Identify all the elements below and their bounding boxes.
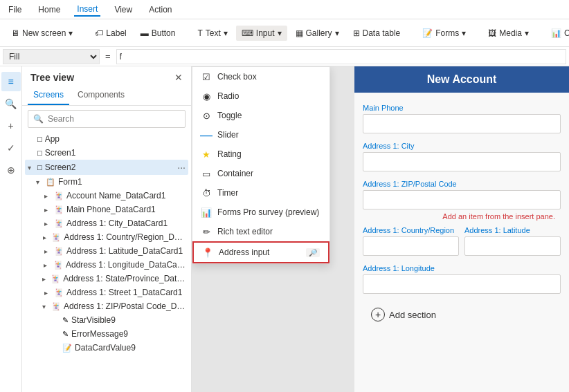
star-icon: ✎ bbox=[62, 316, 69, 325]
formula-fill-select[interactable]: Fill bbox=[3, 49, 100, 64]
form-field-city: Address 1: City bbox=[363, 142, 561, 171]
dropdown-item-rating[interactable]: ★ Rating bbox=[192, 144, 329, 164]
data-table-button[interactable]: ⊞ Data table bbox=[347, 26, 406, 41]
form-field-longitude: Address 1: Longitude bbox=[363, 264, 561, 294]
sidebar-icon-tree[interactable]: ≡ bbox=[1, 72, 21, 91]
zip-icon: 🃏 bbox=[51, 302, 61, 311]
tree-item-main-phone[interactable]: ▸ 🃏 Main Phone_DataCard1 bbox=[25, 203, 188, 216]
menu-action[interactable]: Action bbox=[146, 3, 174, 16]
item-label-app: App bbox=[45, 134, 60, 144]
item-label-screen2: Screen2 bbox=[45, 162, 76, 172]
phone-icon: 🃏 bbox=[54, 205, 64, 214]
error-icon: ✎ bbox=[62, 330, 69, 339]
tree-item-longitude[interactable]: ▸ 🃏 Address 1: Longitude_DataCard1 bbox=[25, 258, 188, 272]
formula-input[interactable] bbox=[116, 49, 566, 64]
tree-item-screen1[interactable]: □ Screen1 bbox=[25, 146, 188, 160]
item-label-lat: Address 1: Latitude_DataCard1 bbox=[66, 246, 183, 256]
dropdown-label-slider: Slider bbox=[217, 130, 321, 140]
dropdown-label-container: Container bbox=[217, 169, 321, 178]
dropdown-item-slider[interactable]: — Slider bbox=[192, 125, 329, 144]
charts-icon: 📊 bbox=[551, 28, 561, 38]
dropdown-item-timer[interactable]: ⏱ Timer bbox=[192, 183, 329, 203]
tree-item-data-card-value[interactable]: 📝 DataCardValue9 bbox=[25, 341, 188, 355]
button-button[interactable]: ▬ Button bbox=[135, 26, 181, 41]
menu-home[interactable]: Home bbox=[35, 3, 63, 16]
menu-view[interactable]: View bbox=[111, 3, 135, 16]
add-section-label: Add section bbox=[389, 310, 436, 320]
dropdown-item-container[interactable]: ▭ Container bbox=[192, 164, 329, 183]
input-zip[interactable] bbox=[363, 190, 561, 209]
expand-icon-lon: ▸ bbox=[44, 261, 52, 269]
gallery-button[interactable]: ▦ Gallery ▾ bbox=[290, 26, 345, 41]
input-country[interactable] bbox=[363, 236, 459, 256]
tree-item-error-message[interactable]: ✎ ErrorMessage9 bbox=[25, 327, 188, 341]
tree-item-account-name[interactable]: ▸ 🃏 Account Name_DataCard1 bbox=[25, 189, 188, 203]
form-header: New Account bbox=[354, 66, 569, 93]
media-button[interactable]: 🖼 Media ▾ bbox=[482, 26, 534, 41]
sidebar-icon-check[interactable]: ✓ bbox=[1, 138, 21, 158]
button-icon: ▬ bbox=[141, 28, 149, 38]
tab-screens[interactable]: Screens bbox=[28, 86, 69, 105]
chevron-down-icon-input: ▾ bbox=[278, 28, 282, 38]
lon-icon: 🃏 bbox=[53, 261, 63, 270]
input-icon: ⌨ bbox=[242, 28, 253, 38]
label-main-phone: Main Phone bbox=[363, 104, 561, 112]
tree-close-button[interactable]: ✕ bbox=[174, 72, 183, 83]
label-button[interactable]: 🏷 Label bbox=[89, 26, 132, 41]
dropdown-item-radio[interactable]: ◉ Radio bbox=[192, 86, 329, 106]
dropdown-item-toggle[interactable]: ⊙ Toggle bbox=[192, 106, 329, 125]
menu-insert[interactable]: Insert bbox=[74, 3, 100, 17]
tree-item-app[interactable]: □ App bbox=[25, 132, 188, 146]
dropdown-label-address-input: Address input bbox=[219, 248, 300, 257]
sidebar-icons: ≡ 🔍 + ✓ ⊕ bbox=[0, 66, 22, 392]
dropdown-item-forms-pro[interactable]: 📊 Forms Pro survey (preview) bbox=[192, 203, 329, 222]
dropdown-item-checkbox[interactable]: ☑ Check box bbox=[192, 67, 329, 86]
tree-item-form1[interactable]: ▾ 📋 Form1 bbox=[25, 175, 188, 189]
dropdown-item-address-input[interactable]: 📍 Address input 🔎 bbox=[192, 241, 329, 263]
tree-item-street1[interactable]: ▸ 🃏 Address 1: Street 1_DataCard1 bbox=[25, 286, 188, 299]
tree-item-state[interactable]: ▸ 🃏 Address 1: State/Province_DataCard1 bbox=[25, 272, 188, 286]
expand-icon-city: ▸ bbox=[44, 220, 53, 227]
sidebar-icon-search[interactable]: 🔍 bbox=[1, 94, 21, 113]
tab-components[interactable]: Components bbox=[72, 86, 130, 105]
more-icon-screen2[interactable]: ··· bbox=[177, 162, 186, 173]
input-city[interactable] bbox=[363, 152, 561, 171]
input-main-phone[interactable] bbox=[363, 114, 561, 133]
main-layout: ≡ 🔍 + ✓ ⊕ Tree view ✕ Screens Components… bbox=[0, 66, 569, 392]
tree-header: Tree view ✕ bbox=[22, 66, 191, 86]
tree-tabs: Screens Components bbox=[22, 86, 191, 106]
forms-icon: 📝 bbox=[422, 28, 433, 38]
tree-item-screen2[interactable]: ▾ □ Screen2 ··· bbox=[25, 160, 188, 175]
label-city: Address 1: City bbox=[363, 142, 561, 150]
item-label-state: Address 1: State/Province_DataCard1 bbox=[63, 274, 186, 283]
tree-item-zip[interactable]: ▾ 🃏 Address 1: ZIP/Postal Code_DataC... bbox=[25, 299, 188, 313]
forms-button[interactable]: 📝 Forms ▾ bbox=[417, 26, 471, 41]
container-icon: ▭ bbox=[201, 168, 212, 179]
dropdown-item-rich-text[interactable]: ✏ Rich text editor bbox=[192, 222, 329, 241]
dropdown-label-radio: Radio bbox=[217, 91, 321, 101]
charts-button[interactable]: 📊 Charts ▾ bbox=[545, 26, 569, 41]
tree-item-latitude[interactable]: ▸ 🃏 Address 1: Latitude_DataCard1 bbox=[25, 244, 188, 258]
dropdown-label-rich-text: Rich text editor bbox=[217, 227, 321, 236]
sidebar-icon-add[interactable]: + bbox=[1, 116, 21, 136]
text-button[interactable]: T Text ▾ bbox=[192, 26, 233, 41]
search-input[interactable] bbox=[28, 110, 186, 128]
tree-item-country[interactable]: ▸ 🃏 Address 1: Country/Region_DataC... bbox=[25, 230, 188, 244]
input-button[interactable]: ⌨ Input ▾ bbox=[236, 26, 287, 41]
chevron-down-icon: ▾ bbox=[69, 28, 73, 38]
item-label-account: Account Name_DataCard1 bbox=[66, 191, 165, 200]
city-icon: 🃏 bbox=[54, 219, 64, 228]
input-latitude[interactable] bbox=[464, 236, 561, 256]
add-item-hint: Add an item from the insert pane. bbox=[363, 212, 561, 221]
menu-file[interactable]: File bbox=[6, 3, 24, 16]
canvas-area: ☑ Check box ◉ Radio ⊙ Toggle — Slider ★ … bbox=[192, 66, 569, 392]
tree-item-star-visible[interactable]: ✎ StarVisible9 bbox=[25, 313, 188, 327]
input-longitude[interactable] bbox=[363, 274, 561, 294]
new-screen-button[interactable]: 🖥 New screen ▾ bbox=[6, 26, 78, 41]
account-icon: 🃏 bbox=[54, 192, 64, 200]
tree-item-city[interactable]: ▸ 🃏 Address 1: City_DataCard1 bbox=[25, 216, 188, 230]
add-section-button[interactable]: + Add section bbox=[363, 302, 561, 327]
item-label-lon: Address 1: Longitude_DataCard1 bbox=[66, 260, 186, 270]
add-section-plus-icon: + bbox=[371, 308, 385, 321]
sidebar-icon-data[interactable]: ⊕ bbox=[1, 160, 21, 180]
